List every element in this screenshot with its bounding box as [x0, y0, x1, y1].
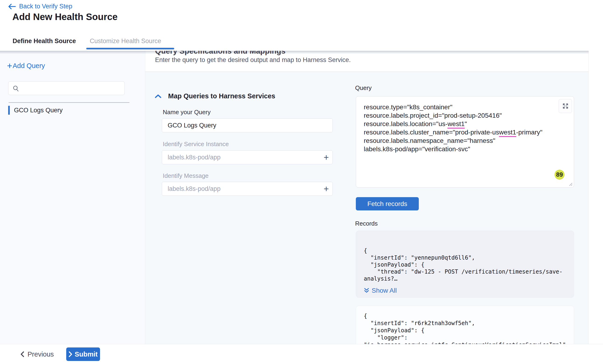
message-field-wrap: + — [162, 182, 333, 196]
code-line: resource.labels.namespace_name="harness" — [364, 136, 555, 145]
query-sidebar: + Add Query GCO Logs Query — [0, 51, 145, 344]
service-instance-field-wrap: + — [162, 150, 333, 164]
query-label: Query — [355, 84, 372, 91]
char-count-badge: 89 — [555, 170, 565, 180]
code-line: "thread": "dw-125 - POST /verification/t… — [364, 268, 573, 275]
add-service-instance-path-button[interactable]: + — [320, 151, 333, 164]
spellcheck-underline: west1 — [447, 120, 464, 129]
code-line: "insertId": "r6rk2tnah3owf5eh", — [364, 320, 573, 327]
identify-service-instance-label: Identify Service Instance — [163, 140, 229, 148]
query-name-input[interactable] — [162, 122, 333, 129]
query-name-field-wrap — [162, 118, 333, 132]
sidebar-item-gco-logs-query[interactable]: GCO Logs Query — [0, 106, 131, 115]
code-line: resource.labels.cluster_name="prod-priva… — [364, 128, 555, 136]
previous-button[interactable]: Previous — [19, 349, 55, 360]
code-line: "io.harness.service.intfc.ContinuousVeri… — [364, 341, 573, 344]
code-line: "jsonPayload": { — [364, 327, 573, 334]
submit-button[interactable]: Submit — [66, 347, 100, 361]
page-header: Back to Verify Step Add New Health Sourc… — [0, 0, 603, 32]
name-your-query-label: Name your Query — [163, 109, 210, 116]
show-all-button[interactable]: Show All — [364, 287, 397, 294]
record-json: { "insertId": "r6rk2tnah3owf5eh", "jsonP… — [364, 312, 573, 344]
add-message-path-button[interactable]: + — [320, 182, 333, 195]
query-item-label: GCO Logs Query — [14, 107, 63, 114]
code-line: resource.labels.project_id="prod-setup-2… — [364, 111, 555, 120]
code-line: "jsonPayload": { — [364, 261, 573, 268]
query-text: resource.type="k8s_container"resource.la… — [364, 103, 555, 153]
add-query-label: Add Query — [12, 62, 45, 70]
footer-bar: Previous Submit — [0, 344, 603, 364]
show-all-label: Show All — [372, 287, 397, 294]
plus-icon: + — [7, 62, 12, 69]
section-title: Query Specifications and Mappings — [155, 51, 285, 56]
record-json: { "insertId": "yennepun0qtd6ll6", "jsonP… — [364, 247, 573, 284]
arrow-left-icon — [8, 3, 16, 10]
chevron-left-icon — [20, 351, 25, 357]
resize-handle[interactable] — [567, 181, 573, 186]
add-query-button[interactable]: + Add Query — [6, 61, 46, 71]
record-card: { "insertId": "r6rk2tnah3owf5eh", "jsonP… — [356, 306, 574, 344]
fetch-records-button[interactable]: Fetch records — [356, 197, 419, 210]
query-textarea[interactable]: resource.type="k8s_container"resource.la… — [356, 96, 574, 188]
code-line: resource.type="k8s_container" — [364, 103, 555, 111]
query-search-box — [8, 81, 125, 95]
map-queries-title: Map Queries to Harness Services — [168, 92, 275, 100]
map-queries-section-header[interactable]: Map Queries to Harness Services — [155, 92, 275, 100]
content-area: + Add Query GCO Logs Query Query Specifi… — [0, 51, 603, 344]
tab-bar: Define Health Source Customize Health So… — [0, 31, 603, 51]
expand-query-button[interactable] — [559, 99, 572, 113]
code-line: { — [364, 312, 573, 320]
chevron-right-icon — [69, 351, 72, 357]
active-tab-indicator — [86, 48, 174, 49]
code-line: "insertId": "yennepun0qtd6ll6", — [364, 254, 573, 261]
search-icon — [12, 85, 19, 91]
double-chevron-down-icon — [364, 287, 369, 294]
service-instance-input[interactable] — [162, 154, 320, 161]
spellcheck-underline: west1 — [499, 129, 516, 137]
page-title: Add New Health Source — [12, 12, 117, 22]
section-header: Query Specifications and Mappings Enter … — [145, 51, 588, 72]
query-mapping-panel: Map Queries to Harness Services Name you… — [145, 72, 588, 344]
maximize-icon — [562, 103, 569, 109]
back-to-verify-step-link[interactable]: Back to Verify Step — [7, 2, 73, 11]
main-panel: Query Specifications and Mappings Enter … — [145, 51, 589, 344]
tab-define-health-source[interactable]: Define Health Source — [12, 31, 76, 51]
chevron-up-icon — [155, 94, 162, 99]
previous-label: Previous — [27, 351, 54, 358]
message-input[interactable] — [162, 185, 320, 193]
code-line: labels.k8s-pod/app="verification-svc" — [364, 145, 555, 153]
records-label: Records — [355, 220, 378, 227]
section-subtitle: Enter the query to get the desired outpu… — [155, 57, 351, 64]
sidebar-divider — [9, 102, 129, 103]
query-search-input[interactable] — [19, 85, 125, 92]
selected-indicator-bar — [8, 106, 10, 115]
code-line: analysis?… — [364, 275, 573, 282]
code-line: resource.labels.location="us-west1" — [364, 120, 555, 128]
identify-message-label: Identify Message — [163, 172, 209, 180]
code-line: "logger": — [364, 334, 573, 341]
back-link-label: Back to Verify Step — [19, 3, 72, 10]
submit-label: Submit — [75, 351, 97, 358]
code-line: { — [364, 247, 573, 254]
record-card: { "insertId": "yennepun0qtd6ll6", "jsonP… — [356, 231, 574, 298]
